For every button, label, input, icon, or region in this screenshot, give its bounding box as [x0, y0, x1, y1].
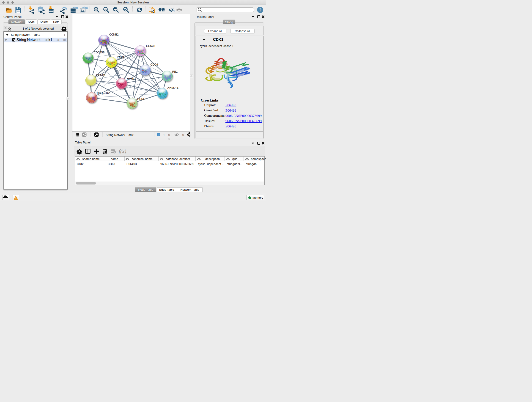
svg-text:CCNA2: CCNA2	[127, 78, 136, 81]
svg-text:CDC6: CDC6	[151, 63, 158, 66]
svg-text:CDC25B: CDC25B	[94, 51, 105, 54]
svg-text:HIST1H1A: HIST1H1A	[97, 91, 110, 95]
svg-text:CCNA1: CCNA1	[146, 45, 156, 48]
svg-text:String Network – cdk1: String Network – cdk1	[106, 133, 135, 137]
svg-text:CCNB1: CCNB1	[96, 74, 106, 77]
svg-text:CDK1: CDK1	[117, 56, 124, 59]
svg-text:?: ?	[259, 7, 262, 12]
svg-text:CDKN1A: CDKN1A	[167, 87, 179, 90]
svg-text:f(x): f(x)	[119, 148, 126, 154]
svg-text:RB1: RB1	[172, 70, 178, 73]
svg-text:CCNE1: CCNE1	[137, 97, 147, 101]
svg-text:1 – 0: 1 – 0	[163, 133, 170, 137]
svg-text:CCNB2: CCNB2	[109, 33, 119, 36]
